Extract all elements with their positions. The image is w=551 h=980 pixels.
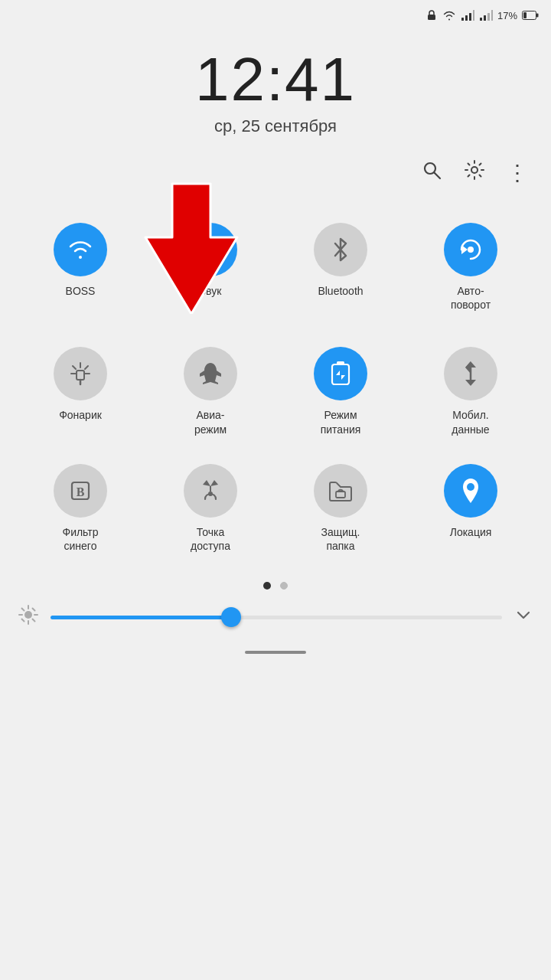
toggles-row1: BOSS Звук Bluetooth Авто-п (0, 201, 551, 333)
page-dot-1[interactable] (263, 582, 271, 590)
svg-point-15 (471, 167, 478, 173)
autorotate-circle (444, 223, 497, 276)
svg-rect-11 (536, 14, 539, 18)
bluetooth-circle (314, 223, 367, 276)
svg-line-14 (435, 173, 441, 179)
hotspot-label: Точкадоступа (191, 525, 230, 553)
location-circle (444, 464, 497, 518)
toggle-secure-folder[interactable]: Защищ.папка (276, 450, 406, 567)
home-bar (245, 651, 306, 654)
svg-rect-6 (484, 15, 486, 21)
hotspot-circle (184, 464, 237, 518)
svg-rect-4 (473, 10, 474, 21)
svg-rect-8 (491, 10, 493, 21)
svg-rect-19 (77, 371, 84, 380)
brightness-slider[interactable] (51, 616, 502, 619)
search-button[interactable] (421, 159, 442, 186)
svg-rect-1 (461, 18, 464, 21)
toggle-wifi[interactable]: BOSS (15, 209, 145, 325)
toggle-bluetooth[interactable]: Bluetooth (276, 209, 406, 325)
location-label: Локация (450, 525, 492, 539)
toggle-blue-filter[interactable]: B Фильтрсинего (15, 450, 145, 567)
annotation-arrow (130, 168, 253, 314)
blue-filter-circle: B (54, 464, 107, 518)
toggle-location[interactable]: Локация (406, 450, 536, 567)
svg-point-31 (24, 611, 32, 619)
svg-rect-5 (480, 18, 482, 21)
page-dots (0, 582, 551, 590)
svg-marker-17 (461, 245, 468, 254)
settings-button[interactable] (464, 159, 485, 186)
wifi-circle (54, 223, 107, 276)
secure-folder-label: Защищ.папка (321, 525, 360, 553)
svg-text:B: B (77, 485, 85, 498)
flashlight-label: Фонарик (59, 408, 102, 422)
svg-line-36 (22, 609, 24, 611)
clock-time: 12:41 (195, 46, 356, 113)
mobile-data-circle (444, 347, 497, 400)
toggle-flashlight[interactable]: Фонарик (15, 333, 145, 449)
toggles-row2: Фонарик Авиа-режим Режимпитания (0, 333, 551, 449)
battery-icon (522, 11, 539, 20)
mobile-data-label: Мобил.данные (452, 408, 489, 436)
svg-point-18 (468, 247, 474, 253)
autorotate-label: Авто-поворот (451, 284, 491, 312)
wifi-label: BOSS (66, 284, 96, 298)
toggle-hotspot[interactable]: Точкадоступа (145, 450, 276, 567)
clock-section: 12:41 ср, 25 сентября (0, 31, 551, 144)
toggle-battery-saver[interactable]: Режимпитания (276, 333, 406, 449)
svg-rect-21 (337, 361, 344, 365)
toolbar-row: ⋮ (0, 152, 551, 194)
svg-rect-7 (487, 13, 490, 21)
svg-rect-29 (336, 492, 345, 498)
svg-marker-23 (465, 380, 476, 386)
svg-marker-22 (465, 361, 476, 368)
page-dot-2[interactable] (280, 582, 288, 590)
secure-folder-circle (314, 464, 367, 518)
brightness-icon (18, 605, 38, 629)
more-button[interactable]: ⋮ (507, 162, 528, 184)
toggles-row3: B Фильтрсинего Точкадоступа Защищ.папка (0, 450, 551, 567)
clock-date: ср, 25 сентября (214, 116, 337, 136)
toggle-mobile-data[interactable]: Мобил.данные (406, 333, 536, 449)
brightness-thumb[interactable] (221, 607, 241, 627)
svg-rect-20 (332, 364, 349, 384)
lock-icon (425, 9, 438, 21)
svg-point-30 (467, 483, 474, 491)
home-indicator (0, 643, 551, 662)
svg-line-39 (22, 619, 24, 622)
toggle-airplane[interactable]: Авиа-режим (145, 333, 276, 449)
svg-rect-10 (523, 12, 527, 18)
wifi-status-icon (442, 10, 456, 21)
status-bar: 17% (0, 0, 551, 31)
flashlight-circle (54, 347, 107, 400)
brightness-row (0, 590, 551, 637)
svg-rect-2 (465, 15, 468, 21)
battery-saver-circle (314, 347, 367, 400)
airplane-label: Авиа-режим (194, 408, 227, 436)
svg-rect-0 (428, 15, 435, 20)
airplane-circle (184, 347, 237, 400)
battery-saver-label: Режимпитания (321, 408, 361, 436)
blue-filter-label: Фильтрсинего (62, 525, 98, 553)
svg-line-38 (33, 609, 35, 611)
toggle-autorotate[interactable]: Авто-поворот (406, 209, 536, 325)
status-icons: 17% (425, 9, 539, 21)
signal2-icon (479, 10, 493, 21)
svg-rect-3 (469, 13, 471, 21)
brightness-expand-button[interactable] (514, 606, 533, 629)
signal1-icon (461, 10, 474, 21)
svg-line-37 (33, 619, 35, 622)
bluetooth-label: Bluetooth (318, 284, 363, 298)
svg-marker-12 (145, 184, 237, 314)
battery-percentage: 17% (497, 10, 517, 21)
